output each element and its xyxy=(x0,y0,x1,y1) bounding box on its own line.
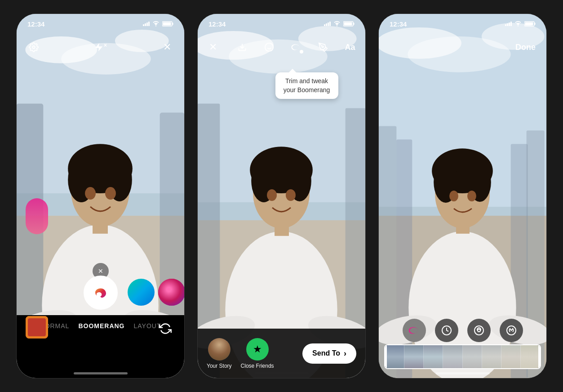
svg-rect-19 xyxy=(173,23,173,25)
status-bar-1: 12:34 xyxy=(17,14,184,34)
wifi-icon-1 xyxy=(152,21,160,27)
flash-button[interactable]: × xyxy=(94,42,107,52)
bottom-controls-3 xyxy=(379,319,546,342)
svg-point-69 xyxy=(449,191,458,201)
photo-background-2 xyxy=(198,14,365,378)
download-button[interactable] xyxy=(234,39,250,55)
close-button-2[interactable]: ✕ xyxy=(205,39,221,55)
wifi-icon-3 xyxy=(514,21,522,27)
filmstrip-handle-right[interactable] xyxy=(538,345,540,368)
battery-icon-2 xyxy=(343,21,355,27)
draw-button[interactable] xyxy=(315,39,331,55)
face-effects-button[interactable] xyxy=(261,39,277,55)
signal-bars-3 xyxy=(505,22,512,26)
story-options: Your Story ★ Close Friends xyxy=(207,338,274,369)
filmstrip-frame xyxy=(385,345,404,368)
thumbnail-preview[interactable] xyxy=(26,316,48,339)
camera-flip-button[interactable] xyxy=(155,319,175,339)
filmstrip[interactable] xyxy=(384,344,541,369)
mode-boomerang[interactable]: BOOMERANG xyxy=(78,322,124,330)
status-icons-2 xyxy=(324,21,355,27)
phones-container: 12:34 xyxy=(16,13,547,379)
svg-point-76 xyxy=(478,329,480,332)
echo-mode-button[interactable] xyxy=(467,319,491,342)
svg-point-17 xyxy=(105,187,116,200)
slow-mode-button[interactable] xyxy=(435,319,458,342)
battery-icon-1 xyxy=(162,21,173,27)
status-icons-1 xyxy=(143,21,173,27)
filmstrip-frame xyxy=(424,345,443,368)
bottom-bar-2: Your Story ★ Close Friends Send To › xyxy=(198,329,365,378)
status-icons-3 xyxy=(505,21,536,27)
done-button[interactable]: Done xyxy=(515,43,536,52)
svg-marker-22 xyxy=(95,43,103,51)
close-friends-option[interactable]: ★ Close Friends xyxy=(241,338,274,369)
teal-filter-option[interactable] xyxy=(128,279,155,306)
send-to-button[interactable]: Send To › xyxy=(302,343,356,364)
filmstrip-frame xyxy=(501,345,521,368)
boomerang-tweak-button[interactable] xyxy=(288,39,304,55)
mode-selector: NORMAL BOOMERANG LAYOUT xyxy=(40,322,161,330)
boomerang-mode-button[interactable] xyxy=(403,319,426,342)
signal-bars-1 xyxy=(143,22,150,26)
wifi-icon-2 xyxy=(333,21,341,27)
svg-point-41 xyxy=(267,189,277,201)
svg-rect-72 xyxy=(535,23,536,25)
phone-3: 12:34 Done xyxy=(378,13,547,379)
your-story-label: Your Story xyxy=(207,363,232,369)
left-accent xyxy=(26,198,48,234)
filmstrip-frame xyxy=(404,345,424,368)
home-indicator-3 xyxy=(436,372,490,374)
send-arrow-icon: › xyxy=(344,349,346,358)
status-bar-3: 12:34 xyxy=(379,14,546,34)
text-button[interactable]: Aa xyxy=(342,39,358,55)
svg-rect-45 xyxy=(344,22,352,26)
pink-filter-option[interactable] xyxy=(158,279,185,306)
filmstrip-frame xyxy=(463,345,482,368)
top-center-icons: Aa xyxy=(234,39,358,55)
svg-rect-73 xyxy=(525,22,533,26)
close-friends-label: Close Friends xyxy=(241,363,274,369)
svg-rect-44 xyxy=(354,23,355,25)
battery-icon-3 xyxy=(524,21,536,27)
phone3-toolbar: Done xyxy=(379,34,546,61)
svg-rect-20 xyxy=(163,22,171,26)
time-3: 12:34 xyxy=(390,20,407,28)
svg-point-42 xyxy=(286,189,296,201)
time-2: 12:34 xyxy=(208,20,226,28)
phone-2: 12:34 ✕ xyxy=(197,13,366,379)
your-story-avatar xyxy=(208,338,231,361)
home-indicator-1 xyxy=(74,372,128,374)
filmstrip-frame xyxy=(482,345,501,368)
time-1: 12:34 xyxy=(27,20,44,28)
signal-bars-2 xyxy=(324,22,331,26)
filmstrip-frame xyxy=(443,345,462,368)
svg-point-47 xyxy=(265,43,273,51)
filmstrip-handle-left[interactable] xyxy=(385,345,387,368)
close-friends-avatar: ★ xyxy=(246,338,269,361)
duo-mode-button[interactable] xyxy=(500,319,523,342)
phone1-toolbar: × ✕ xyxy=(17,34,184,61)
boomerang-tooltip: Trim and tweak your Boomerang xyxy=(275,72,338,99)
close-button-1[interactable]: ✕ xyxy=(159,39,175,55)
phone2-toolbar: ✕ xyxy=(198,34,365,61)
status-bar-2: 12:34 xyxy=(198,14,365,34)
svg-point-70 xyxy=(467,191,476,201)
boomerang-selector[interactable] xyxy=(84,276,118,310)
filmstrip-frame xyxy=(521,345,540,368)
svg-point-50 xyxy=(322,46,324,48)
svg-point-16 xyxy=(85,187,96,200)
send-to-label: Send To xyxy=(312,349,340,357)
your-story-option[interactable]: Your Story xyxy=(207,338,232,369)
bottom-bar-1: NORMAL BOOMERANG LAYOUT xyxy=(17,315,184,378)
settings-button[interactable] xyxy=(26,39,42,55)
svg-rect-24 xyxy=(28,318,46,336)
phone-1: 12:34 xyxy=(16,13,185,379)
svg-point-21 xyxy=(32,46,35,49)
